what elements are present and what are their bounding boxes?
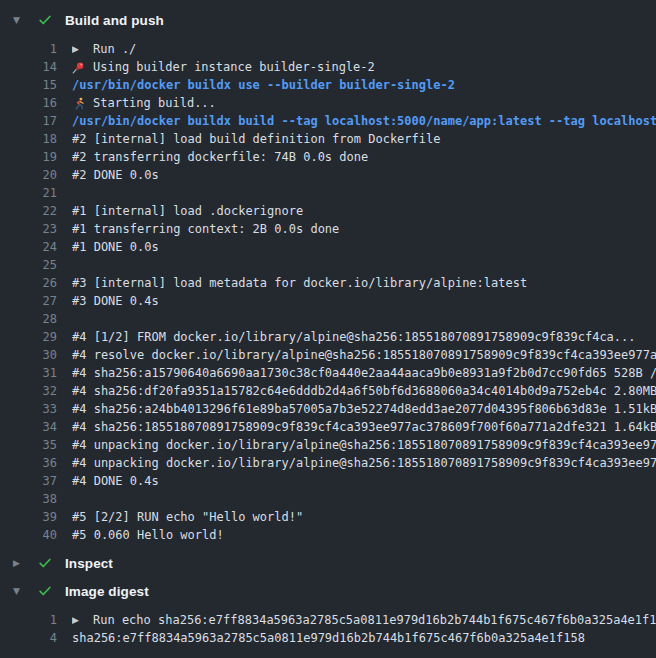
log-line: 38 [0, 490, 656, 508]
log-line: 1▶Run ./ [0, 40, 656, 58]
log-line-content: #5 [2/2] RUN echo "Hello world!" [72, 508, 656, 526]
log-line-text: #1 DONE 0.0s [72, 238, 159, 256]
log-line-text: #5 [2/2] RUN echo "Hello world!" [72, 508, 303, 526]
log-line-content: #1 [internal] load .dockerignore [72, 202, 656, 220]
log-line-content [72, 184, 656, 202]
log-line: 20#2 DONE 0.0s [0, 166, 656, 184]
section-title: Image digest [65, 584, 149, 599]
log-line: 31#4 sha256:a15790640a6690aa1730c38cf0a4… [0, 364, 656, 382]
line-number[interactable]: 23 [0, 220, 57, 238]
log-line-text: #1 transferring context: 2B 0.0s done [72, 220, 339, 238]
line-number[interactable]: 33 [0, 400, 57, 418]
line-number[interactable]: 19 [0, 148, 57, 166]
line-number[interactable]: 36 [0, 454, 57, 472]
line-number[interactable]: 32 [0, 382, 57, 400]
log-line-content [72, 490, 656, 508]
line-number[interactable]: 39 [0, 508, 57, 526]
log-line-content: sha256:e7ff8834a5963a2785c5a0811e979d16b… [72, 629, 656, 647]
line-number[interactable]: 18 [0, 130, 57, 148]
line-number[interactable]: 27 [0, 292, 57, 310]
line-number[interactable]: 1 [0, 611, 57, 629]
line-number[interactable]: 29 [0, 328, 57, 346]
log-line-content: #4 sha256:a15790640a6690aa1730c38cf0a440… [72, 364, 656, 382]
log-line-text: #3 DONE 0.4s [72, 292, 159, 310]
line-number[interactable]: 34 [0, 418, 57, 436]
line-number[interactable]: 14 [0, 58, 57, 76]
log-line: 4sha256:e7ff8834a5963a2785c5a0811e979d16… [0, 629, 656, 647]
play-icon[interactable]: ▶ [72, 40, 86, 58]
check-icon [37, 583, 53, 599]
line-number[interactable]: 35 [0, 436, 57, 454]
play-icon[interactable]: ▶ [72, 611, 86, 629]
log-line-text: #1 [internal] load .dockerignore [72, 202, 303, 220]
log-line-text: Run echo sha256:e7ff8834a5963a2785c5a081… [93, 611, 656, 629]
log-line: 40#5 0.060 Hello world! [0, 526, 656, 544]
line-number[interactable]: 28 [0, 310, 57, 328]
log-line-content: #2 [internal] load build definition from… [72, 130, 656, 148]
section-header-inspect[interactable]: ▶Inspect [0, 554, 656, 572]
line-number[interactable]: 37 [0, 472, 57, 490]
chevron-right-icon[interactable]: ▶ [13, 554, 26, 572]
log-line-content [72, 310, 656, 328]
line-number[interactable]: 24 [0, 238, 57, 256]
log-line-text: #3 [internal] load metadata for docker.i… [72, 274, 527, 292]
log-line-content: #5 0.060 Hello world! [72, 526, 656, 544]
log-line-text: sha256:e7ff8834a5963a2785c5a0811e979d16b… [72, 629, 585, 647]
log-line-text: #2 DONE 0.0s [72, 166, 159, 184]
section-header-image-digest[interactable]: ▼Image digest [0, 582, 656, 600]
line-number[interactable]: 1 [0, 40, 57, 58]
log-lines: 1▶Run ./14Using builder instance builder… [0, 40, 656, 544]
log-section-inspect: ▶Inspect [0, 554, 656, 572]
line-number[interactable]: 31 [0, 364, 57, 382]
chevron-down-icon[interactable]: ▼ [13, 582, 26, 600]
line-number[interactable]: 16 [0, 94, 57, 112]
log-line: 14Using builder instance builder-single-… [0, 58, 656, 76]
log-line-content: #4 sha256:a24bb4013296f61e89ba57005a7b3e… [72, 400, 656, 418]
log-line-text: #4 sha256:185518070891758909c9f839cf4ca3… [72, 418, 656, 436]
log-line-content: #1 transferring context: 2B 0.0s done [72, 220, 656, 238]
log-line-content: #2 transferring dockerfile: 74B 0.0s don… [72, 148, 656, 166]
log-line-text: #4 sha256:a15790640a6690aa1730c38cf0a440… [72, 364, 656, 382]
log-line: 21 [0, 184, 656, 202]
line-number[interactable]: 4 [0, 629, 57, 647]
log-line-text: #2 transferring dockerfile: 74B 0.0s don… [72, 148, 368, 166]
log-line: 16Starting build... [0, 94, 656, 112]
line-number[interactable]: 25 [0, 256, 57, 274]
line-number[interactable]: 15 [0, 76, 57, 94]
check-icon [37, 555, 53, 571]
section-title: Inspect [65, 556, 113, 571]
log-line: 1▶Run echo sha256:e7ff8834a5963a2785c5a0… [0, 611, 656, 629]
log-line: 19#2 transferring dockerfile: 74B 0.0s d… [0, 148, 656, 166]
check-icon [37, 12, 53, 28]
workflow-log-viewer: ▼Build and push1▶Run ./14Using builder i… [0, 0, 656, 658]
section-header-build-and-push[interactable]: ▼Build and push [0, 11, 656, 29]
log-line: 23#1 transferring context: 2B 0.0s done [0, 220, 656, 238]
runner-icon [72, 97, 86, 110]
log-line: 22#1 [internal] load .dockerignore [0, 202, 656, 220]
line-number[interactable]: 40 [0, 526, 57, 544]
line-number[interactable]: 20 [0, 166, 57, 184]
chevron-down-icon[interactable]: ▼ [13, 11, 26, 29]
log-line: 18#2 [internal] load build definition fr… [0, 130, 656, 148]
log-line: 17/usr/bin/docker buildx build --tag loc… [0, 112, 656, 130]
log-line-content: #4 unpacking docker.io/library/alpine@sh… [72, 454, 656, 472]
log-line-text: Starting build... [93, 94, 216, 112]
log-line-text: #4 resolve docker.io/library/alpine@sha2… [72, 346, 656, 364]
log-line-content: #4 resolve docker.io/library/alpine@sha2… [72, 346, 656, 364]
line-number[interactable]: 30 [0, 346, 57, 364]
log-line-content: #1 DONE 0.0s [72, 238, 656, 256]
line-number[interactable]: 38 [0, 490, 57, 508]
log-line: 39#5 [2/2] RUN echo "Hello world!" [0, 508, 656, 526]
log-line-text: #4 DONE 0.4s [72, 472, 159, 490]
log-line-text: Using builder instance builder-single-2 [93, 58, 375, 76]
log-line: 33#4 sha256:a24bb4013296f61e89ba57005a7b… [0, 400, 656, 418]
line-number[interactable]: 22 [0, 202, 57, 220]
log-line: 27#3 DONE 0.4s [0, 292, 656, 310]
log-line: 24#1 DONE 0.0s [0, 238, 656, 256]
log-line-content: #4 [1/2] FROM docker.io/library/alpine@s… [72, 328, 656, 346]
log-line-text: #4 unpacking docker.io/library/alpine@sh… [72, 454, 656, 472]
line-number[interactable]: 26 [0, 274, 57, 292]
line-number[interactable]: 21 [0, 184, 57, 202]
line-number[interactable]: 17 [0, 112, 57, 130]
log-section-image-digest: ▼Image digest1▶Run echo sha256:e7ff8834a… [0, 582, 656, 647]
